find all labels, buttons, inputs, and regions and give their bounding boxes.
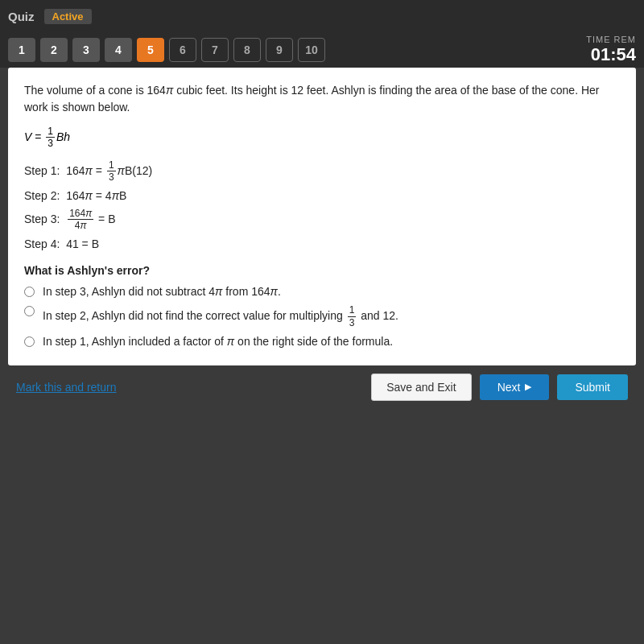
answer-option-1[interactable]: In step 3, Ashlyn did not subtract 4π fr… [24, 285, 620, 298]
nav-btn-2[interactable]: 2 [40, 38, 68, 62]
step3-fraction: 164π4π [68, 208, 93, 232]
nav-btn-1[interactable]: 1 [8, 38, 35, 62]
radio-option-3[interactable] [24, 336, 35, 347]
nav-btn-10[interactable]: 10 [298, 38, 325, 62]
radio-option-1[interactable] [24, 287, 35, 297]
timer-area: TIME REM 01:54 [586, 35, 636, 65]
mark-return-link[interactable]: Mark this and return [16, 381, 117, 394]
answer-option-1-text: In step 3, Ashlyn did not subtract 4π fr… [43, 285, 281, 298]
step-1: Step 1: 164π = 13πB(12) [24, 159, 620, 184]
question-nav-row: 1 2 3 4 5 6 7 8 9 10 TIME REM 01:54 [0, 32, 644, 68]
nav-btn-8[interactable]: 8 [233, 38, 261, 62]
save-exit-button[interactable]: Save and Exit [371, 374, 471, 401]
answer-option-3-text: In step 1, Ashlyn included a factor of π… [43, 335, 393, 348]
nav-btn-4[interactable]: 4 [105, 38, 132, 62]
top-bar: Quiz Active [0, 0, 644, 32]
bottom-action-bar: Mark this and return Save and Exit Next … [0, 365, 644, 409]
submit-button[interactable]: Submit [557, 374, 628, 400]
answer-option-3[interactable]: In step 1, Ashlyn included a factor of π… [24, 335, 620, 348]
question-text: The volume of a cone is 164π cubic feet.… [24, 82, 620, 116]
nav-btn-5[interactable]: 5 [137, 38, 164, 62]
answer-option-2-text: In step 2, Ashlyn did not find the corre… [43, 304, 398, 328]
timer-value: 01:54 [586, 44, 636, 65]
timer-label: TIME REM [586, 35, 636, 44]
question-card: The volume of a cone is 164π cubic feet.… [8, 68, 636, 365]
answer-option-2[interactable]: In step 2, Ashlyn did not find the corre… [24, 304, 620, 328]
step-3: Step 3: 164π4π = B [24, 208, 620, 232]
error-prompt: What is Ashlyn's error? [24, 264, 620, 277]
next-button[interactable]: Next [480, 374, 550, 400]
formula-block: V = 13Bh [24, 126, 620, 150]
nav-btn-9[interactable]: 9 [266, 38, 293, 62]
step-2: Step 2: 164π = 4πB [24, 187, 620, 204]
step-4: Step 4: 41 = B [24, 235, 620, 253]
active-badge: Active [44, 9, 92, 24]
nav-btn-3[interactable]: 3 [72, 38, 100, 62]
radio-option-2[interactable] [24, 306, 35, 316]
nav-btn-6[interactable]: 6 [169, 38, 196, 62]
step1-fraction: 13 [107, 159, 116, 184]
fraction-1-3: 13 [46, 126, 55, 150]
nav-btn-7[interactable]: 7 [201, 38, 229, 62]
option2-fraction: 13 [348, 304, 357, 328]
quiz-label: Quiz [8, 10, 35, 23]
